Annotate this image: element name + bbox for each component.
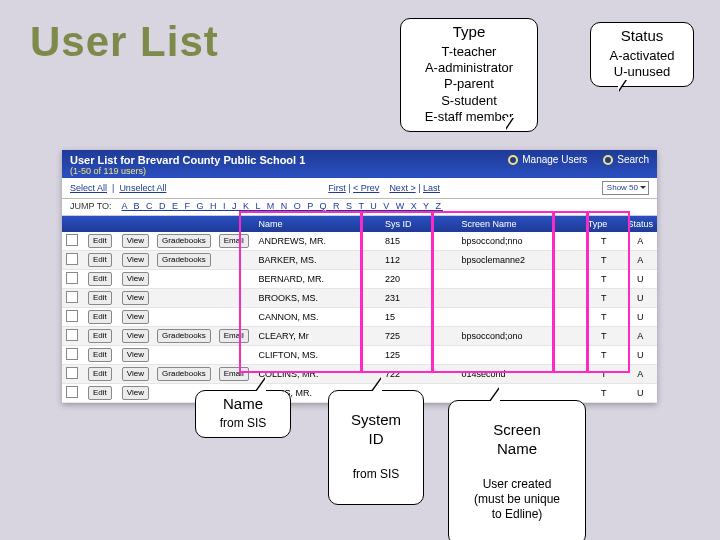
sysid-callout-title: System ID: [337, 411, 415, 449]
row-checkbox[interactable]: [66, 348, 78, 360]
search-button[interactable]: Search: [603, 154, 649, 165]
view-button[interactable]: View: [122, 329, 149, 343]
view-button[interactable]: View: [122, 234, 149, 248]
view-button[interactable]: View: [122, 272, 149, 286]
jump-to-bar: JUMP TO: A B C D E F G H I J K L M N O P…: [62, 199, 657, 216]
row-checkbox[interactable]: [66, 386, 78, 398]
cell-sysid: 125: [381, 346, 457, 365]
user-list-panel: User List for Brevard County Public Scho…: [62, 150, 657, 403]
jump-alpha[interactable]: A B C D E F G H I J K L M N O P Q R S T …: [122, 201, 443, 211]
sysid-callout-tail: [372, 378, 382, 392]
cell-type: T: [584, 384, 624, 403]
view-button[interactable]: View: [122, 348, 149, 362]
cell-screen: bpsoccond;nno: [457, 232, 583, 251]
row-checkbox[interactable]: [66, 291, 78, 303]
user-table: Name Sys ID Screen Name Type Status Edit…: [62, 216, 657, 403]
screen-callout-title: Screen Name: [457, 421, 577, 459]
manage-users-label: Manage Users: [522, 154, 587, 165]
edit-button[interactable]: Edit: [88, 386, 112, 400]
edit-button[interactable]: Edit: [88, 234, 112, 248]
gear-icon: [508, 155, 518, 165]
unselect-all-link[interactable]: Unselect All: [119, 183, 166, 193]
view-button[interactable]: View: [122, 367, 149, 381]
table-row: EditViewBROOKS, MS.231TU: [62, 289, 657, 308]
edit-button[interactable]: Edit: [88, 291, 112, 305]
gradebooks-button[interactable]: Gradebooks: [157, 253, 211, 267]
pager-next[interactable]: Next >: [389, 183, 415, 193]
cell-status: U: [623, 346, 657, 365]
cell-screen: [457, 308, 583, 327]
type-line: T-teacher: [409, 44, 529, 60]
row-checkbox[interactable]: [66, 367, 78, 379]
type-line: S-student: [409, 93, 529, 109]
cell-type: T: [584, 327, 624, 346]
show-count-select[interactable]: Show 50: [602, 181, 649, 195]
cell-name: CANNON, MS.: [255, 308, 381, 327]
view-button[interactable]: View: [122, 386, 149, 400]
cell-status: A: [623, 327, 657, 346]
edit-button[interactable]: Edit: [88, 310, 112, 324]
row-checkbox[interactable]: [66, 234, 78, 246]
edit-button[interactable]: Edit: [88, 272, 112, 286]
edit-button[interactable]: Edit: [88, 253, 112, 267]
edit-button[interactable]: Edit: [88, 329, 112, 343]
cell-sysid: 725: [381, 327, 457, 346]
status-callout-title: Status: [599, 27, 685, 46]
view-button[interactable]: View: [122, 253, 149, 267]
type-line: A-administrator: [409, 60, 529, 76]
search-label: Search: [617, 154, 649, 165]
status-line: U-unused: [599, 64, 685, 80]
pager-last[interactable]: Last: [423, 183, 440, 193]
table-row: EditViewGradebooksEmailANDREWS, MR.815bp…: [62, 232, 657, 251]
table-row: EditViewGradebooksEmailCLEARY, Mr725bpso…: [62, 327, 657, 346]
email-button[interactable]: Email: [219, 367, 249, 381]
col-screen: Screen Name: [457, 216, 583, 232]
cell-status: U: [623, 384, 657, 403]
panel-title: User List for Brevard County Public Scho…: [70, 154, 305, 166]
edit-button[interactable]: Edit: [88, 367, 112, 381]
jump-label: JUMP TO:: [70, 201, 112, 211]
name-callout-sub: from SIS: [204, 416, 282, 431]
cell-type: T: [584, 365, 624, 384]
cell-status: A: [623, 365, 657, 384]
name-callout: Name from SIS: [195, 390, 291, 438]
gradebooks-button[interactable]: Gradebooks: [157, 367, 211, 381]
cell-type: T: [584, 232, 624, 251]
gradebooks-button[interactable]: Gradebooks: [157, 329, 211, 343]
col-sysid: Sys ID: [381, 216, 457, 232]
select-all-link[interactable]: Select All: [70, 183, 107, 193]
screen-callout-sub: User created (must be unique to Edline): [457, 477, 577, 522]
cell-type: T: [584, 270, 624, 289]
email-button[interactable]: Email: [219, 329, 249, 343]
type-line: P-parent: [409, 76, 529, 92]
row-checkbox[interactable]: [66, 272, 78, 284]
sysid-callout-sub: from SIS: [337, 467, 415, 482]
type-callout-title: Type: [409, 23, 529, 42]
view-button[interactable]: View: [122, 291, 149, 305]
email-button[interactable]: Email: [219, 234, 249, 248]
sysid-callout: System ID from SIS: [328, 390, 424, 505]
type-callout-tail: [505, 117, 513, 129]
manage-users-button[interactable]: Manage Users: [508, 154, 587, 165]
cell-name: CLIFTON, MS.: [255, 346, 381, 365]
cell-status: A: [623, 251, 657, 270]
type-callout: Type T-teacher A-administrator P-parent …: [400, 18, 538, 132]
cell-screen: bpsoclemanne2: [457, 251, 583, 270]
panel-toolbar: Select All | Unselect All First | < Prev…: [62, 178, 657, 199]
view-button[interactable]: View: [122, 310, 149, 324]
gradebooks-button[interactable]: Gradebooks: [157, 234, 211, 248]
pager-prev[interactable]: < Prev: [353, 183, 379, 193]
cell-name: BROOKS, MS.: [255, 289, 381, 308]
cell-type: T: [584, 289, 624, 308]
cell-status: U: [623, 308, 657, 327]
row-checkbox[interactable]: [66, 253, 78, 265]
row-checkbox[interactable]: [66, 310, 78, 322]
cell-name: CLEARY, Mr: [255, 327, 381, 346]
cell-sysid: 15: [381, 308, 457, 327]
screen-callout: Screen Name User created (must be unique…: [448, 400, 586, 540]
pager-first[interactable]: First: [328, 183, 346, 193]
cell-name: ANDREWS, MR.: [255, 232, 381, 251]
edit-button[interactable]: Edit: [88, 348, 112, 362]
row-checkbox[interactable]: [66, 329, 78, 341]
cell-status: U: [623, 289, 657, 308]
